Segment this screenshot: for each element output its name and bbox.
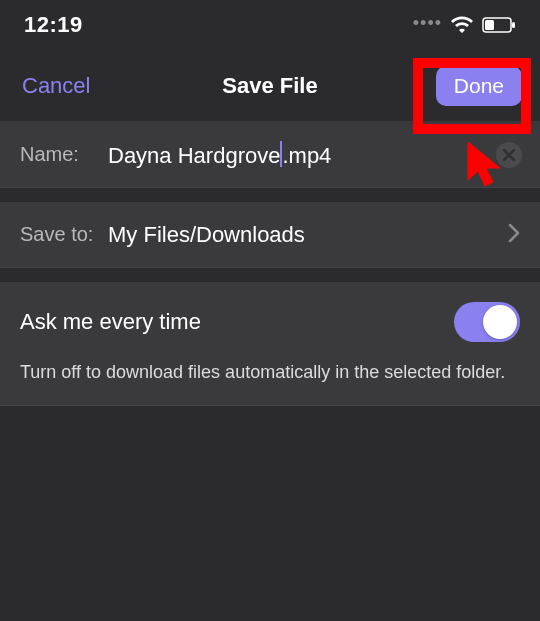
more-dots-icon: •••• xyxy=(413,13,442,34)
wifi-icon xyxy=(450,16,474,34)
ask-every-time-section: Ask me every time Turn off to download f… xyxy=(0,282,540,406)
clear-text-button[interactable] xyxy=(496,142,522,168)
status-time: 12:19 xyxy=(24,12,83,38)
filename-input[interactable]: Dayna Hardgrove.mp4 xyxy=(108,141,520,169)
row-spacer xyxy=(0,188,540,202)
cancel-button[interactable]: Cancel xyxy=(18,65,94,107)
saveto-label: Save to: xyxy=(20,223,108,246)
saveto-row[interactable]: Save to: My Files/Downloads xyxy=(0,202,540,268)
svg-rect-1 xyxy=(485,20,494,30)
status-indicators: •••• xyxy=(413,15,516,36)
name-row[interactable]: Name: Dayna Hardgrove.mp4 xyxy=(0,122,540,188)
ask-every-time-label: Ask me every time xyxy=(20,309,201,335)
filename-before-caret: Dayna Hardgrove xyxy=(108,143,280,168)
saveto-value: My Files/Downloads xyxy=(108,222,508,248)
chevron-right-icon xyxy=(508,223,520,247)
done-button[interactable]: Done xyxy=(436,66,522,106)
svg-rect-2 xyxy=(512,22,515,28)
header: Cancel Save File Done xyxy=(0,50,540,122)
section-gap xyxy=(0,268,540,282)
page-title: Save File xyxy=(222,73,317,99)
battery-icon xyxy=(482,17,516,33)
filename-after-caret: .mp4 xyxy=(282,143,331,168)
name-label: Name: xyxy=(20,143,108,166)
close-icon xyxy=(503,149,515,161)
status-bar: 12:19 •••• xyxy=(0,0,540,50)
ask-every-time-description: Turn off to download files automatically… xyxy=(20,360,520,385)
toggle-knob xyxy=(483,305,517,339)
ask-every-time-toggle[interactable] xyxy=(454,302,520,342)
